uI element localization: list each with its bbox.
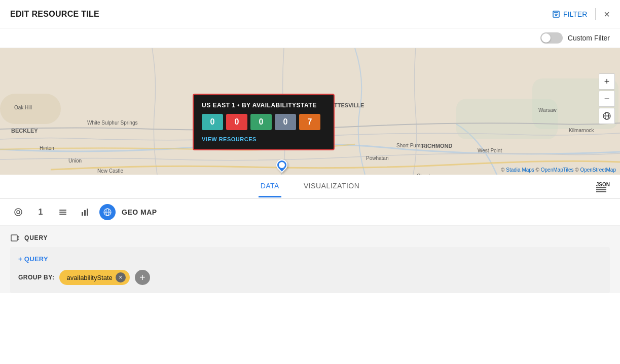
filter-icon <box>552 10 560 18</box>
zoom-out-button[interactable]: − <box>599 91 615 107</box>
osm-link[interactable]: OpenStreetMap <box>580 167 616 173</box>
svg-point-9 <box>17 211 20 214</box>
svg-rect-13 <box>82 212 83 216</box>
tabs-center: DATA VISUALIZATION <box>259 176 362 197</box>
badge-red: 0 <box>226 114 247 130</box>
tag-add-button[interactable]: + <box>135 270 150 285</box>
globe-button[interactable] <box>599 108 615 124</box>
json-button[interactable]: JSON <box>596 181 610 192</box>
zoom-in-button[interactable]: + <box>599 73 615 90</box>
badge-gray: 0 <box>275 114 296 130</box>
group-by-label: GROUP BY: <box>18 274 54 281</box>
count-view-button[interactable]: 1 <box>32 204 49 220</box>
group-by-tag: availabilityState × <box>59 270 129 285</box>
geo-map-label: GEO MAP <box>122 208 157 216</box>
badge-green: 0 <box>250 114 272 130</box>
add-query-button[interactable]: + QUERY <box>18 255 48 263</box>
badge-teal: 0 <box>202 114 223 130</box>
filter-button[interactable]: FILTER <box>552 10 587 18</box>
group-by-row: GROUP BY: availabilityState × + <box>18 270 602 285</box>
custom-filter-label: Custom Filter <box>568 34 610 42</box>
view-resources-link[interactable]: VIEW RESOURCES <box>202 136 325 142</box>
tab-data[interactable]: DATA <box>259 176 281 197</box>
view-type-bar: 1 GEO MAP <box>0 199 620 226</box>
map-popup: US EAST 1 • BY AVAILABILITYSTATE 0 0 0 0… <box>193 94 335 150</box>
map-attribution: © Stadia Maps © OpenMapTiles © OpenStree… <box>501 167 616 173</box>
ring-view-button[interactable] <box>10 204 26 220</box>
svg-rect-14 <box>84 210 86 216</box>
svg-rect-15 <box>87 209 88 216</box>
toggle-knob <box>541 33 551 43</box>
geo-view-button[interactable] <box>99 204 116 220</box>
popup-title: US EAST 1 • BY AVAILABILITYSTATE <box>202 102 325 109</box>
chart-view-button[interactable] <box>77 204 93 220</box>
custom-filter-toggle[interactable] <box>540 32 563 44</box>
tabs-bar: DATA VISUALIZATION JSON <box>0 175 620 199</box>
header-actions: FILTER × <box>552 8 610 20</box>
svg-rect-12 <box>59 214 66 215</box>
page-title: EDIT RESOURCE TILE <box>10 10 99 19</box>
group-by-tag-label: availabilityState <box>66 274 112 281</box>
header: EDIT RESOURCE TILE FILTER × <box>0 0 620 28</box>
query-section-icon <box>10 233 20 243</box>
openmaptiles-link[interactable]: OpenMapTiles <box>541 167 574 173</box>
svg-rect-11 <box>59 212 66 213</box>
tab-visualization[interactable]: VISUALIZATION <box>302 176 361 197</box>
stadia-link[interactable]: Stadia Maps <box>506 167 534 173</box>
custom-filter-row: Custom Filter <box>0 28 620 48</box>
map-container[interactable]: Oak Hill BECKLEY Hinton Union Princeton … <box>0 48 620 175</box>
header-divider <box>595 8 596 20</box>
query-box: + QUERY GROUP BY: availabilityState × + <box>10 247 610 293</box>
svg-rect-19 <box>11 235 17 241</box>
close-button[interactable]: × <box>604 9 610 19</box>
json-lines-icon <box>596 187 610 192</box>
map-controls: + − <box>599 73 615 124</box>
svg-rect-2 <box>0 94 61 124</box>
json-label: JSON <box>596 181 610 187</box>
tag-remove-button[interactable]: × <box>116 272 126 282</box>
svg-rect-10 <box>59 210 66 211</box>
map-marker-1[interactable] <box>276 159 287 171</box>
popup-badges: 0 0 0 0 7 <box>202 114 325 130</box>
svg-point-8 <box>15 209 22 216</box>
query-section-label: QUERY <box>24 234 48 241</box>
list-view-button[interactable] <box>55 204 71 220</box>
badge-orange: 7 <box>299 114 320 130</box>
